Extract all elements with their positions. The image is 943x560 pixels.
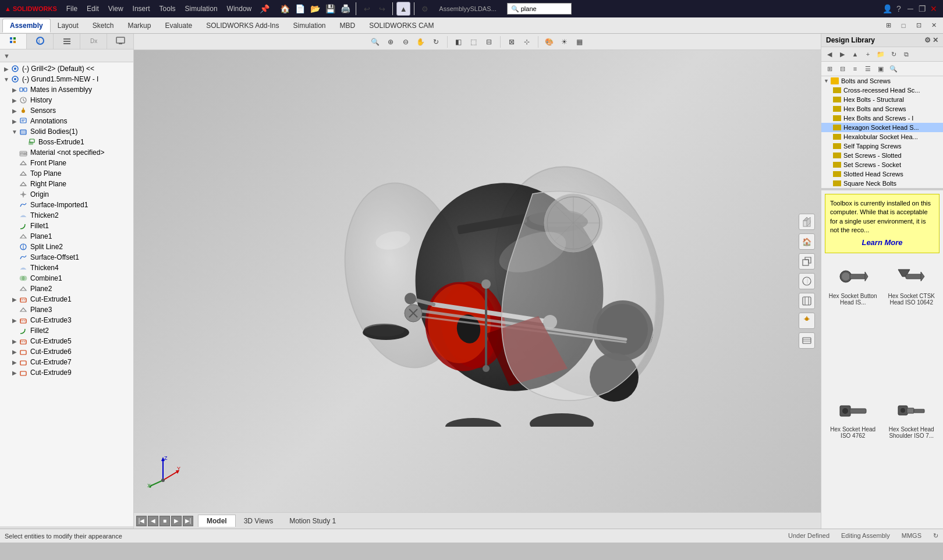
expand-icon[interactable]: ▶ — [10, 296, 19, 303]
play-btn[interactable]: |◀ — [136, 516, 147, 526]
menu-file[interactable]: File — [62, 3, 82, 14]
tree-item-plane1[interactable]: ▶ Plane1 — [0, 231, 133, 242]
user-icon[interactable]: 👤 — [882, 4, 892, 13]
tree-item-cut-extrude5[interactable]: ▶ Cut-Extrude5 — [0, 336, 133, 346]
lib-item-hexalobular[interactable]: Hexalobular Socket Hea... — [821, 132, 943, 141]
print-btn[interactable]: 🖨️ — [338, 2, 352, 16]
tree-item-plane3[interactable]: ▶ Plane3 — [0, 304, 133, 315]
tab-dimxpert[interactable]: Dx — [80, 34, 107, 49]
view-orientation-icon[interactable]: ⊹ — [520, 36, 533, 48]
next-btn[interactable]: ▶ — [171, 516, 182, 526]
display-states-icon[interactable]: ▦ — [573, 36, 586, 48]
maximize-viewport-btn[interactable]: ⊡ — [912, 19, 926, 33]
lib-item-hex-bolts-structural[interactable]: Hex Bolts - Structural — [821, 95, 943, 104]
tree-item-top-plane[interactable]: ▶ Top Plane — [0, 168, 133, 179]
tab-sketch[interactable]: Sketch — [86, 19, 121, 32]
tree-item-right-plane[interactable]: ▶ Right Plane — [0, 179, 133, 189]
tree-item-material[interactable]: ▶ mat Material <not specified> — [0, 147, 133, 158]
settings-icon[interactable]: ⚙ — [924, 36, 931, 44]
tab-3d-views[interactable]: 3D Views — [236, 515, 281, 527]
tree-item-fillet1[interactable]: ▶ Fillet1 — [0, 221, 133, 231]
refresh-btn[interactable]: ↻ — [888, 48, 899, 60]
thumb-hex-socket-shoulder[interactable]: Hex Socket Head Shoulder ISO 7... — [884, 394, 940, 525]
expand-icon[interactable]: ▶ — [10, 370, 19, 376]
open-btn[interactable]: 📂 — [308, 2, 322, 16]
search-lib-btn[interactable]: 🔍 — [888, 63, 899, 75]
right-panel-scrollbar[interactable] — [821, 188, 943, 190]
zoom-to-fit-icon[interactable]: 🔍 — [369, 36, 382, 48]
tree-item-sensors[interactable]: ▶ Sensors — [0, 105, 133, 116]
copy-to-lib-btn[interactable]: ⧉ — [901, 48, 912, 60]
end-btn[interactable]: ▶| — [183, 516, 193, 526]
tree-item-surface-offset[interactable]: ▶ Surface-Offset1 — [0, 252, 133, 263]
expand-icon[interactable]: ▼ — [2, 76, 10, 83]
expand-icon[interactable]: ▶ — [10, 338, 19, 345]
lib-item-slotted-head[interactable]: Slotted Head Screws — [821, 169, 943, 179]
thumb-hex-socket-button[interactable]: Hex Socket Button Head IS... — [825, 260, 881, 392]
prev-btn[interactable]: ◀ — [148, 516, 158, 526]
expand-icon[interactable]: ▶ — [10, 349, 19, 355]
search-input[interactable] — [521, 5, 568, 12]
lib-item-set-screws-socket[interactable]: Set Screws - Socket — [821, 160, 943, 169]
tree-item-front-plane[interactable]: ▶ Front Plane — [0, 158, 133, 168]
expand-icon[interactable]: ▶ — [2, 66, 10, 72]
details-view-btn[interactable]: ☰ — [862, 63, 874, 75]
materials-btn[interactable] — [799, 293, 815, 309]
lib-item-hex-bolts-screws[interactable]: Hex Bolts and Screws — [821, 104, 943, 114]
thumb-hex-socket-ctsk[interactable]: Hex Socket CTSK Head ISO 10642 — [884, 260, 940, 392]
lib-item-bolts-and-screws[interactable]: ▼ Bolts and Screws — [821, 76, 943, 86]
tab-assembly[interactable]: Assembly — [2, 19, 51, 33]
appearance-icon[interactable]: 🎨 — [543, 36, 556, 48]
tree-item-plane2[interactable]: ▶ Plane2 — [0, 283, 133, 294]
lib-item-self-tapping[interactable]: Self Tapping Screws — [821, 141, 943, 151]
lib-item-hex-bolts-screws-i[interactable]: Hex Bolts and Screws - I — [821, 114, 943, 123]
lib-item-cross-recessed[interactable]: Cross-recessed Head Sc... — [821, 86, 943, 95]
tree-item-cut-extrude6[interactable]: ▶ Cut-Extrude6 — [0, 346, 133, 357]
tree-item-thicken2[interactable]: ▶ Thicken2 — [0, 210, 133, 221]
tab-feature-manager[interactable] — [0, 34, 27, 49]
options-btn[interactable]: ⚙ — [418, 2, 432, 16]
display-manager-btn[interactable] — [799, 332, 815, 349]
tab-solidworks-cam[interactable]: SOLIDWORKS CAM — [362, 19, 441, 32]
close-viewport-btn[interactable]: ✕ — [927, 19, 941, 33]
rotate-icon[interactable]: ↻ — [430, 36, 442, 48]
expand-icon[interactable]: ▶ — [10, 87, 19, 93]
redo-btn[interactable]: ↪ — [375, 2, 389, 16]
expand-icon[interactable]: ▶ — [10, 317, 19, 324]
small-icons-view-btn[interactable]: ⊟ — [836, 63, 848, 75]
expand-icon[interactable]: ▶ — [10, 108, 19, 114]
expand-icon[interactable]: ▶ — [10, 359, 19, 366]
home-view-btn[interactable]: 🏠 — [799, 233, 815, 250]
select-btn[interactable]: ▲ — [396, 2, 410, 16]
tree-item-grill[interactable]: ▶ (-) Grill<2> (Default) << — [0, 63, 133, 74]
hidden-lines-icon[interactable]: ⊟ — [483, 36, 495, 48]
section-view-icon[interactable]: ⊠ — [505, 36, 518, 48]
tile-btn[interactable]: ⊞ — [881, 19, 895, 33]
tab-model[interactable]: Model — [198, 515, 236, 527]
show-preview-btn[interactable]: ▣ — [875, 63, 887, 75]
tree-item-solid-bodies[interactable]: ▼ Solid Bodies(1) — [0, 126, 133, 137]
wireframe-icon[interactable]: ⬚ — [467, 36, 480, 48]
tab-motion-study[interactable]: Motion Study 1 — [281, 515, 344, 527]
add-to-lib-btn[interactable]: + — [862, 48, 874, 60]
tree-item-surface-imported[interactable]: ▶ Surface-Imported1 — [0, 200, 133, 210]
save-btn[interactable]: 💾 — [323, 2, 337, 16]
restore-btn[interactable]: ❐ — [917, 4, 927, 13]
forward-btn[interactable]: ▶ — [836, 48, 848, 60]
update-icon[interactable]: ↻ — [933, 532, 938, 540]
large-icons-view-btn[interactable]: ⊞ — [824, 63, 835, 75]
back-btn[interactable]: ◀ — [824, 48, 835, 60]
menu-view[interactable]: View — [104, 3, 128, 14]
list-view-btn[interactable]: ≡ — [849, 63, 861, 75]
tree-item-cut-extrude1[interactable]: ▶ Cut-Extrude1 — [0, 294, 133, 304]
expand-icon[interactable]: ▶ — [10, 118, 19, 125]
tree-item-cut-extrude3[interactable]: ▶ Cut-Extrude3 — [0, 315, 133, 325]
tree-item-mates[interactable]: ▶ Mates in Assemblyy — [0, 84, 133, 95]
zoom-in-icon[interactable]: ⊕ — [384, 36, 397, 48]
appearance-btn[interactable] — [799, 273, 815, 289]
tree-item-cut-extrude7[interactable]: ▶ Cut-Extrude7 — [0, 357, 133, 367]
3d-view-btn[interactable] — [799, 253, 815, 270]
close-btn[interactable]: ✕ — [929, 4, 938, 13]
scene-icon[interactable]: ☀ — [558, 36, 571, 48]
view-cube[interactable] — [799, 214, 815, 230]
